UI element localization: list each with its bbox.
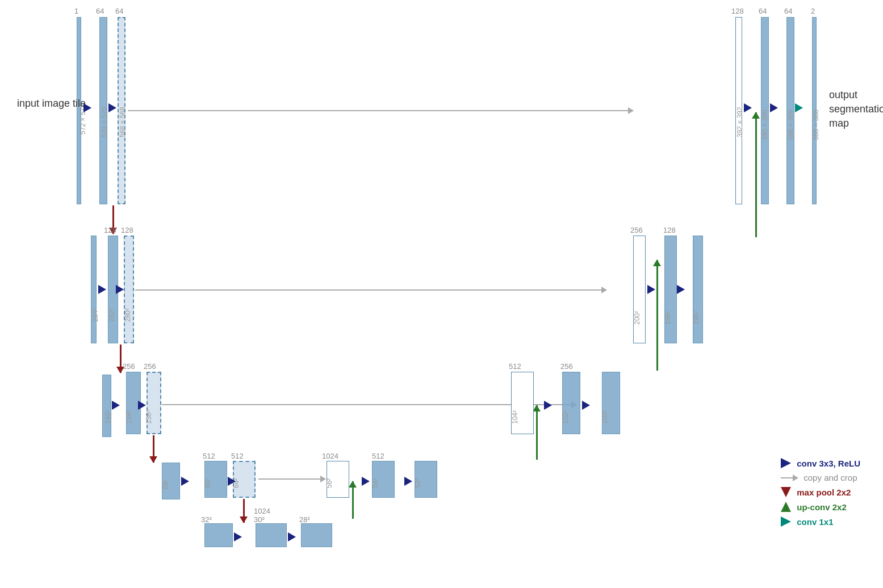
upconv3-arrow	[536, 405, 538, 460]
conv-arrow-enc1-2	[108, 103, 116, 112]
dec2-ch2: 128	[663, 226, 676, 234]
dec3-dim0: 104²	[511, 410, 519, 424]
enc2-dim1: 282²	[108, 308, 116, 322]
bn-lbl-1024: 1024	[254, 507, 270, 515]
enc4-ch1-label: 512	[203, 452, 215, 460]
dec1-dim2: 388 × 388	[786, 110, 794, 140]
dec4-ch1: 1024	[322, 452, 338, 460]
enc2-dim0: 284²	[91, 308, 99, 322]
legend-copy-label: copy and crop	[804, 473, 857, 482]
dec3-dim1: 102²	[562, 410, 570, 424]
legend: conv 3x3, ReLU copy and crop max pool 2x…	[781, 458, 860, 531]
conv-arrow-enc3-2	[138, 401, 146, 410]
dec1-dim3: 388 × 388	[812, 110, 820, 140]
enc2-ch2-label: 128	[121, 226, 133, 234]
dec3-conv1	[562, 372, 580, 434]
enc3-dim1: 138²	[125, 410, 133, 424]
dec1-dim1: 390 × 390	[761, 110, 769, 140]
unet-diagram: 1 64 64 572 × 572 570 × 570 568 × 568 in…	[0, 0, 883, 588]
legend-red-arrow-icon	[781, 487, 791, 497]
bottleneck-conv3	[301, 523, 332, 547]
enc4-dim0: 68²	[162, 480, 170, 489]
conv-arrow-dec1-2	[770, 103, 778, 112]
conv-arrow-dec3-2	[582, 401, 590, 410]
conv-arrow-enc3-1	[112, 401, 120, 410]
input-label: input image tile	[17, 96, 86, 111]
legend-conv1x1-label: conv 1x1	[797, 517, 833, 527]
dec1-ch2: 64	[784, 7, 792, 15]
dec1-ch0: 128	[731, 7, 744, 15]
conv-arrow-dec1-3	[795, 103, 803, 112]
dec1-ch1: 64	[759, 7, 767, 15]
conv-arrow-dec3-1	[544, 401, 552, 410]
enc3-conv3	[147, 372, 161, 434]
pool2-arrow	[120, 345, 122, 373]
dec1-ch3: 2	[811, 7, 815, 15]
upconv4-arrow	[352, 481, 354, 519]
dec2-dim2: 196²	[692, 311, 700, 325]
upconv2-arrow	[656, 260, 658, 371]
conv-arrow-dec4-2	[404, 477, 412, 486]
bn-ch1: 32²	[201, 515, 212, 524]
dec2-dim1: 198²	[664, 311, 672, 325]
legend-green-arrow-icon	[781, 502, 791, 512]
conv-arrow-dec1-1	[744, 103, 752, 112]
dec4-dim0: 56²	[325, 478, 333, 488]
conv-arrow-bn-2	[288, 532, 296, 541]
legend-teal-arrow-icon	[781, 516, 791, 527]
legend-conv1x1: conv 1x1	[781, 516, 860, 527]
enc1-ch0-label: 1	[74, 7, 78, 15]
dec1-dim0: 392 × 392	[736, 107, 744, 137]
enc3-conv1	[102, 375, 111, 437]
dec3-dim2: 100²	[601, 410, 609, 424]
conv-arrow-enc4-1	[181, 477, 189, 486]
dec4-dim2: 52²	[414, 478, 422, 488]
legend-gray-arrow-icon	[781, 477, 798, 478]
legend-copy: copy and crop	[781, 473, 860, 482]
bn-ch2: 30²	[254, 515, 265, 524]
legend-maxpool: max pool 2x2	[781, 487, 860, 497]
enc1-ch2-label: 64	[115, 7, 123, 15]
skip2-arrow	[135, 289, 606, 291]
skip4-gray	[258, 478, 325, 480]
conv-arrow-dec2-1	[647, 285, 655, 294]
legend-blue-arrow-icon	[781, 458, 791, 468]
skip1-arrow	[128, 110, 633, 111]
dec3-conv2	[602, 372, 620, 434]
dec3-upconv	[511, 372, 534, 434]
dec4-ch2: 512	[372, 452, 384, 460]
legend-conv-label: conv 3x3, ReLU	[797, 459, 860, 468]
enc2-ch1-label: 128	[104, 226, 116, 234]
conv-arrow-enc2-2	[116, 285, 124, 294]
enc1-dim1: 570 × 570	[101, 107, 108, 137]
enc4-dim1: 66²	[204, 478, 212, 488]
enc2-dim2: 280²	[124, 308, 132, 322]
conv-arrow-dec2-2	[677, 285, 685, 294]
enc3-ch2-label: 256	[144, 362, 156, 371]
dec2-conv1	[664, 236, 677, 343]
conv-arrow-enc4-2	[228, 477, 236, 486]
pool3-arrow	[153, 435, 154, 463]
upconv1-arrow	[755, 112, 757, 237]
dec2-ch1: 256	[630, 226, 643, 234]
output-label: outputsegmentationmap	[829, 88, 883, 131]
legend-maxpool-label: max pool 2x2	[797, 488, 851, 497]
bottleneck-conv1	[204, 523, 233, 547]
enc3-ch1-label: 256	[123, 362, 135, 371]
bottleneck-conv2	[256, 523, 287, 547]
legend-conv: conv 3x3, ReLU	[781, 458, 860, 468]
enc2-conv3	[124, 236, 134, 343]
conv-arrow-dec4-1	[362, 477, 370, 486]
dec2-conv2	[693, 236, 703, 343]
dec2-upconv	[633, 236, 646, 343]
enc2-conv1	[91, 236, 97, 343]
legend-upconv: up-conv 2x2	[781, 502, 860, 512]
dec3-ch2-top: 256	[560, 362, 573, 371]
dec3-ch1-top: 512	[509, 362, 521, 371]
enc4-ch2-label: 512	[231, 452, 244, 460]
pool4-arrow	[243, 499, 245, 523]
conv-arrow-enc2-1	[98, 285, 106, 294]
dec4-dim1: 54²	[371, 478, 379, 488]
conv-arrow-bn-1	[234, 532, 242, 541]
enc3-dim0: 140²	[104, 410, 112, 424]
